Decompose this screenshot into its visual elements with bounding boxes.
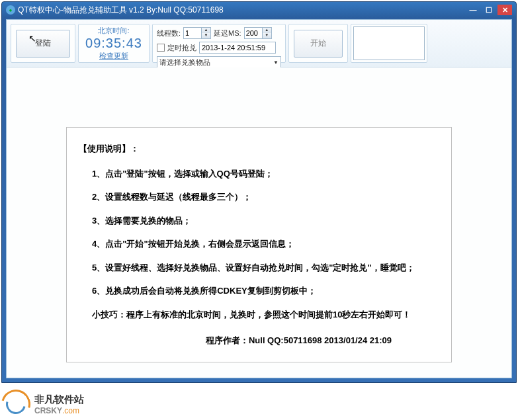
watermark-text: 非凡软件站 CRSKY.com bbox=[34, 394, 84, 415]
threads-spinner[interactable]: ▲▼ bbox=[183, 27, 211, 39]
list-item: 6、兑换成功后会自动将兑换所得CDKEY复制到剪切板中； bbox=[79, 284, 439, 298]
threads-up-icon[interactable]: ▲ bbox=[201, 28, 210, 33]
close-button[interactable]: ✕ bbox=[497, 5, 512, 15]
app-icon: ● bbox=[6, 5, 15, 15]
settings-panel: 线程数: ▲▼ 延迟MS: ▲▼ 定时抢兑 bbox=[152, 24, 286, 63]
delay-down-icon[interactable]: ▼ bbox=[262, 33, 271, 38]
titlebar[interactable]: ● QT特权中心-物品抢兑辅助工具 v1.2 By:Null QQ:507116… bbox=[2, 2, 516, 18]
start-button[interactable]: 开始 bbox=[294, 30, 343, 58]
cursor-icon: ↖ bbox=[28, 33, 36, 44]
threads-label: 线程数: bbox=[157, 28, 181, 38]
watermark-cn: 非凡软件站 bbox=[34, 394, 84, 406]
threads-input[interactable] bbox=[184, 29, 201, 37]
content-area: 【使用说明】： 1、点击"登陆"按钮，选择或输入QQ号码登陆； 2、设置线程数与… bbox=[7, 67, 511, 378]
login-panel: ↖ 登陆 bbox=[11, 24, 75, 63]
minimize-button[interactable]: — bbox=[466, 5, 480, 15]
delay-up-icon[interactable]: ▲ bbox=[262, 28, 271, 33]
list-item: 2、设置线程数与延迟（线程最多三个）； bbox=[79, 190, 439, 204]
login-label: 登陆 bbox=[35, 38, 51, 49]
item-select-text: 请选择兑换物品 bbox=[159, 58, 210, 67]
list-item: 3、选择需要兑换的物品； bbox=[79, 214, 439, 228]
delay-spinner[interactable]: ▲▼ bbox=[244, 27, 272, 39]
time-value: 09:35:43 bbox=[85, 36, 142, 51]
item-select[interactable]: 请选择兑换物品 ▼ bbox=[157, 56, 281, 68]
scheduled-label: 定时抢兑 bbox=[167, 43, 196, 53]
scheduled-checkbox[interactable] bbox=[157, 44, 165, 52]
time-label: 北京时间: bbox=[98, 26, 129, 36]
delay-input[interactable] bbox=[245, 29, 262, 37]
instructions-footer: 程序作者：Null QQ:50711698 2013/01/24 21:09 bbox=[79, 334, 439, 347]
window-title: QT特权中心-物品抢兑辅助工具 v1.2 By:Null QQ:50711698 bbox=[18, 5, 466, 16]
list-item: 1、点击"登陆"按钮，选择或输入QQ号码登陆； bbox=[79, 167, 439, 181]
instructions-list: 1、点击"登陆"按钮，选择或输入QQ号码登陆； 2、设置线程数与延迟（线程最多三… bbox=[79, 167, 439, 298]
watermark-en: CRSKY.com bbox=[34, 406, 84, 415]
login-button[interactable]: ↖ 登陆 bbox=[16, 30, 70, 58]
watermark-logo-icon bbox=[0, 384, 36, 420]
toolbar: ↖ 登陆 北京时间: 09:35:43 检查更新 线程数: ▲▼ 延迟MS: bbox=[7, 20, 511, 67]
watermark: 非凡软件站 CRSKY.com bbox=[1, 390, 84, 419]
maximize-button[interactable]: ☐ bbox=[482, 5, 496, 15]
start-panel: 开始 bbox=[288, 24, 348, 63]
app-window: ● QT特权中心-物品抢兑辅助工具 v1.2 By:Null QQ:507116… bbox=[1, 1, 517, 383]
log-panel bbox=[351, 24, 427, 63]
list-item: 4、点击"开始"按钮开始兑换，右侧会显示返回信息； bbox=[79, 237, 439, 251]
threads-down-icon[interactable]: ▼ bbox=[201, 33, 210, 38]
list-item: 5、设置好线程、选择好兑换物品、设置好自动抢兑时间，勾选"定时抢兑"，睡觉吧； bbox=[79, 261, 439, 274]
delay-label: 延迟MS: bbox=[214, 28, 241, 38]
log-textarea[interactable] bbox=[353, 26, 425, 60]
instructions-box: 【使用说明】： 1、点击"登陆"按钮，选择或输入QQ号码登陆； 2、设置线程数与… bbox=[66, 127, 452, 362]
time-panel: 北京时间: 09:35:43 检查更新 bbox=[78, 24, 150, 63]
client-area: ↖ 登陆 北京时间: 09:35:43 检查更新 线程数: ▲▼ 延迟MS: bbox=[6, 19, 512, 378]
chevron-down-icon: ▼ bbox=[273, 60, 279, 65]
instructions-title: 【使用说明】： bbox=[79, 142, 439, 155]
instructions-tip: 小技巧：程序上有标准的北京时间，兑换时，参照这个时间提前10秒左右开始即可！ bbox=[79, 308, 439, 321]
check-update-link[interactable]: 检查更新 bbox=[99, 51, 128, 61]
scheduled-time-input[interactable] bbox=[199, 42, 276, 54]
window-controls: — ☐ ✕ bbox=[466, 5, 512, 15]
